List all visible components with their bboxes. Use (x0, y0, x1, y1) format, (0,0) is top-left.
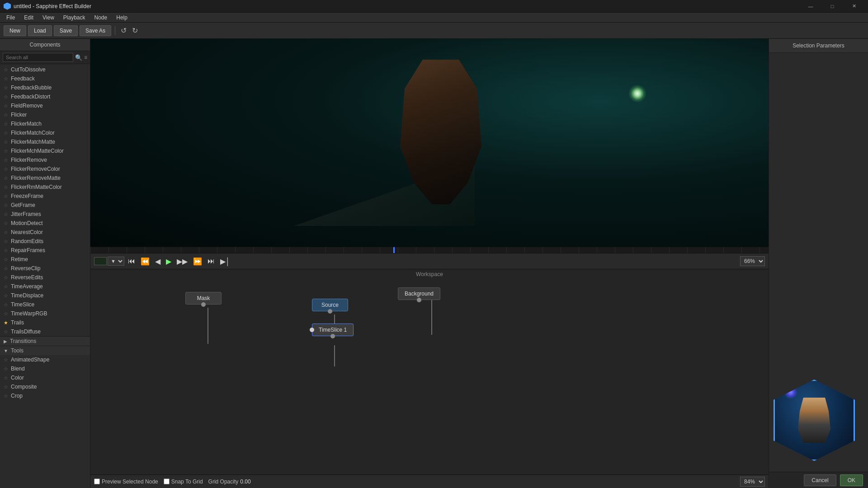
undo-button[interactable]: ↺ (119, 24, 128, 37)
step-forward-button[interactable]: ⏩ (191, 256, 204, 267)
preview-dropdown[interactable]: ▼ (108, 257, 124, 266)
sort-icon-button[interactable]: ≡ (84, 54, 87, 61)
list-item[interactable]: ☆TimeSlice (0, 300, 90, 309)
list-item[interactable]: ☆TimeDisplace (0, 291, 90, 300)
list-item[interactable]: ☆JitterFrames (0, 210, 90, 219)
timeslice-node[interactable]: TimeSlice 1 (312, 324, 354, 336)
play-button[interactable]: ▶ (164, 256, 173, 267)
star-icon[interactable]: ☆ (4, 357, 8, 363)
list-item[interactable]: ☆Composite (0, 382, 90, 391)
preview-color-box[interactable] (94, 257, 107, 265)
section-transitions[interactable]: ▶ Transitions (0, 336, 90, 346)
star-icon[interactable]: ☆ (4, 184, 8, 190)
menu-help[interactable]: Help (112, 14, 132, 22)
star-icon[interactable]: ☆ (4, 148, 8, 154)
list-item[interactable]: ☆Crop (0, 391, 90, 400)
star-icon[interactable]: ☆ (4, 293, 8, 299)
star-icon[interactable]: ★ (4, 320, 8, 326)
star-icon[interactable]: ☆ (4, 257, 8, 263)
star-icon[interactable]: ☆ (4, 157, 8, 163)
node-connector-bottom[interactable] (417, 298, 421, 302)
menu-view[interactable]: View (38, 14, 59, 22)
list-item[interactable]: ☆FlickerMatchMatte (0, 137, 90, 146)
list-item[interactable]: ☆FieldRemove (0, 101, 90, 110)
list-item[interactable]: ☆FlickerRmMatteColor (0, 183, 90, 192)
list-item[interactable]: ☆ReverseEdits (0, 273, 90, 282)
star-icon[interactable]: ☆ (4, 166, 8, 172)
star-icon[interactable]: ☆ (4, 76, 8, 82)
list-item[interactable]: ☆NearestColor (0, 228, 90, 237)
workspace[interactable]: Workspace Mask Source (90, 269, 769, 488)
node-connector-bottom[interactable] (201, 302, 206, 307)
star-icon[interactable]: ☆ (4, 384, 8, 390)
star-icon[interactable]: ☆ (4, 393, 8, 399)
list-item[interactable]: ☆Flicker (0, 110, 90, 119)
list-item[interactable]: ☆RepairFrames (0, 246, 90, 255)
list-item[interactable]: ☆GetFrame (0, 201, 90, 210)
list-item[interactable]: ☆FeedbackBubble (0, 83, 90, 92)
node-connector-left[interactable] (310, 328, 314, 332)
list-item[interactable]: ☆ReverseClip (0, 264, 90, 273)
star-icon[interactable]: ☆ (4, 85, 8, 91)
star-icon[interactable]: ☆ (4, 175, 8, 181)
list-item[interactable]: ☆TrailsDiffuse (0, 327, 90, 336)
menu-playback[interactable]: Playback (59, 14, 90, 22)
list-item[interactable]: ☆Feedback (0, 74, 90, 83)
star-icon[interactable]: ☆ (4, 329, 8, 335)
list-item[interactable]: ☆FeedbackDistort (0, 92, 90, 101)
workspace-zoom-select[interactable]: 84% (740, 477, 765, 487)
list-item[interactable]: ☆FlickerMatch (0, 119, 90, 128)
star-icon[interactable]: ☆ (4, 202, 8, 208)
menu-edit[interactable]: Edit (19, 14, 38, 22)
list-item[interactable]: ★Trails (0, 318, 90, 327)
star-icon[interactable]: ☆ (4, 266, 8, 272)
star-icon[interactable]: ☆ (4, 302, 8, 308)
list-item[interactable]: ☆FlickerMchMatteColor (0, 146, 90, 155)
list-item[interactable]: ☆MotionDetect (0, 219, 90, 228)
star-icon[interactable]: ☆ (4, 112, 8, 118)
menu-file[interactable]: File (2, 14, 19, 22)
star-icon[interactable]: ☆ (4, 375, 8, 381)
star-icon[interactable]: ☆ (4, 139, 8, 145)
skip-to-end-button[interactable]: ⏭ (206, 256, 217, 266)
list-item[interactable]: ☆TimeAverage (0, 282, 90, 291)
star-icon[interactable]: ☆ (4, 103, 8, 109)
search-icon-button[interactable]: 🔍 (75, 54, 82, 61)
list-item[interactable]: ☆FlickerRemove (0, 155, 90, 164)
star-icon[interactable]: ☆ (4, 284, 8, 290)
star-icon[interactable]: ☆ (4, 94, 8, 100)
star-icon[interactable]: ☆ (4, 239, 8, 244)
redo-button[interactable]: ↻ (130, 24, 140, 37)
star-icon[interactable]: ☆ (4, 366, 8, 372)
node-connector-bottom[interactable] (328, 309, 332, 314)
star-icon[interactable]: ☆ (4, 230, 8, 235)
preview-selected-label[interactable]: Preview Selected Node (94, 479, 158, 485)
ok-button[interactable]: OK (840, 474, 863, 486)
search-input[interactable] (3, 53, 73, 62)
section-tools[interactable]: ▼ Tools (0, 346, 90, 355)
list-item[interactable]: ☆FlickerMatchColor (0, 128, 90, 137)
star-icon[interactable]: ☆ (4, 221, 8, 226)
list-item[interactable]: ☆TimeWarpRGB (0, 309, 90, 318)
preview-selected-checkbox[interactable] (94, 479, 100, 484)
new-button[interactable]: New (4, 25, 26, 36)
loop-button[interactable]: ▶│ (218, 256, 232, 267)
step-back-button[interactable]: ⏪ (139, 256, 151, 267)
list-item[interactable]: ☆Color (0, 373, 90, 382)
list-item[interactable]: ☆FreezeFrame (0, 192, 90, 201)
close-button[interactable]: ✕ (844, 0, 864, 13)
star-icon[interactable]: ☆ (4, 121, 8, 127)
list-item[interactable]: ☆FlickerRemoveMatte (0, 174, 90, 183)
minimize-button[interactable]: — (800, 0, 821, 13)
mask-node[interactable]: Mask (185, 292, 222, 305)
star-icon[interactable]: ☆ (4, 311, 8, 317)
save-as-button[interactable]: Save As (80, 25, 111, 36)
source-node[interactable]: Source (312, 299, 348, 311)
star-icon[interactable]: ☆ (4, 211, 8, 217)
star-icon[interactable]: ☆ (4, 275, 8, 281)
save-button[interactable]: Save (54, 25, 78, 36)
node-connector-bottom[interactable] (330, 334, 335, 338)
background-node[interactable]: Background (398, 287, 440, 300)
play-back-button[interactable]: ◀ (153, 256, 162, 267)
zoom-select[interactable]: 66% (740, 256, 765, 266)
